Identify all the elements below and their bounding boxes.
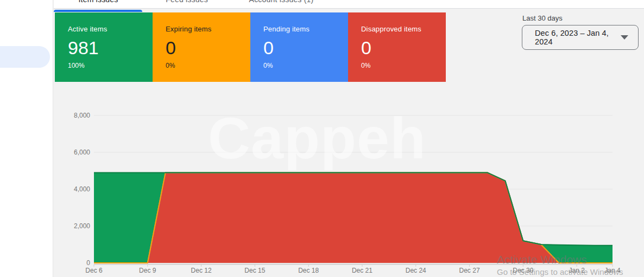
card-active-items[interactable]: Active items 981 100% — [55, 12, 153, 82]
svg-text:Dec 24: Dec 24 — [406, 267, 426, 274]
card-percent: 0% — [361, 62, 440, 69]
card-label: Expiring items — [166, 25, 245, 33]
date-range-dropdown[interactable]: Dec 6, 2023 – Jan 4, 2024 — [522, 25, 639, 50]
card-percent: 100% — [68, 62, 147, 69]
svg-text:Dec 30: Dec 30 — [513, 267, 533, 274]
active-tab-underline — [54, 10, 142, 12]
caret-down-icon — [621, 35, 628, 40]
svg-text:Dec 21: Dec 21 — [352, 267, 372, 274]
card-label: Disapproved items — [361, 25, 440, 33]
card-expiring-items[interactable]: Expiring items 0 0% — [153, 12, 250, 82]
svg-text:4,000: 4,000 — [74, 185, 90, 193]
summary-cards: Active items 981 100% Expiring items 0 0… — [55, 12, 446, 82]
svg-text:6,000: 6,000 — [74, 149, 90, 156]
card-value: 981 — [68, 38, 147, 57]
svg-text:Dec 27: Dec 27 — [459, 267, 480, 274]
svg-text:Dec 18: Dec 18 — [298, 267, 319, 274]
card-percent: 0% — [263, 62, 343, 69]
svg-text:8,000: 8,000 — [74, 112, 90, 119]
svg-text:0: 0 — [86, 259, 90, 267]
date-range-value: Dec 6, 2023 – Jan 4, 2024 — [535, 29, 615, 46]
card-percent: 0% — [166, 62, 245, 69]
svg-text:Jan 4: Jan 4 — [604, 267, 621, 274]
svg-text:2,000: 2,000 — [74, 222, 90, 230]
card-value: 0 — [166, 38, 245, 57]
svg-text:Dec 12: Dec 12 — [191, 267, 212, 274]
svg-text:Jan 2: Jan 2 — [569, 267, 585, 274]
card-value: 0 — [263, 38, 343, 57]
card-label: Active items — [68, 25, 147, 33]
card-pending-items[interactable]: Pending items 0 0% — [250, 12, 348, 82]
svg-text:Dec 15: Dec 15 — [244, 267, 265, 274]
svg-text:Dec 9: Dec 9 — [139, 267, 156, 274]
card-label: Pending items — [263, 25, 343, 33]
card-disapproved-items[interactable]: Disapproved items 0 0% — [348, 12, 446, 82]
card-value: 0 — [361, 38, 440, 57]
svg-text:Dec 6: Dec 6 — [85, 267, 103, 274]
